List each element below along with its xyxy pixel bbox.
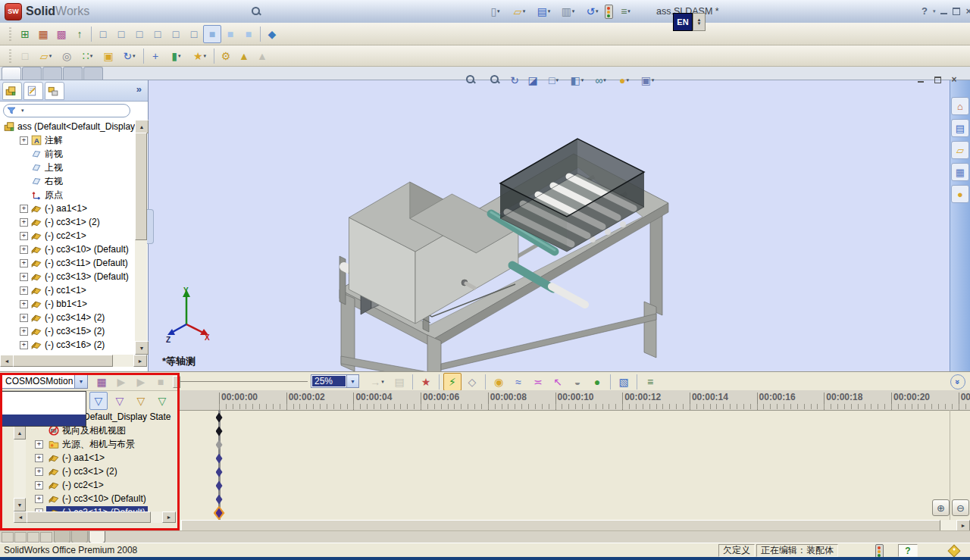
print-icon[interactable]: ▥▾ xyxy=(556,2,580,20)
view-left-icon[interactable]: □▾ xyxy=(130,25,149,43)
motion-icon[interactable]: ▲▾ xyxy=(253,47,271,65)
mate-icon[interactable]: ◎▾ xyxy=(58,47,76,65)
hide-show-items-icon[interactable]: ∞▾ xyxy=(590,73,612,88)
slider-thumb[interactable] xyxy=(173,376,180,388)
collapse-panel-icon[interactable]: » xyxy=(950,374,965,389)
timeline-key[interactable] xyxy=(216,468,223,477)
damper-icon[interactable]: ≍▾ xyxy=(529,373,547,391)
section-view-icon[interactable]: ◪▾ xyxy=(524,73,541,88)
tree-item-root[interactable]: + ass (Default<Default_Display S xyxy=(0,120,135,133)
study-properties-icon[interactable]: ≡▾ xyxy=(641,373,659,391)
combo-dropdown-icon[interactable]: ▼ xyxy=(74,374,87,388)
save-animation-icon[interactable]: ▤▾ xyxy=(390,373,408,391)
new-document-icon[interactable]: ▯▾ xyxy=(483,2,507,20)
display-style-icon[interactable]: ◧▾ xyxy=(566,73,588,88)
doc-minimize-button[interactable] xyxy=(914,74,928,85)
expand-icon[interactable]: + xyxy=(35,440,43,449)
dropdown-arrow-icon[interactable]: ▾ xyxy=(133,53,136,59)
open-document-icon[interactable]: ▱▾ xyxy=(508,2,531,20)
tree-item-component[interactable]: + (-) cc2<1> xyxy=(0,229,135,242)
open-part-icon[interactable]: ▱▾ xyxy=(34,47,58,65)
assembly-model[interactable] xyxy=(326,129,690,371)
graphics-viewport[interactable]: Y X Z *等轴测 xyxy=(149,80,950,371)
design-library-icon[interactable]: ▤ xyxy=(951,119,969,137)
rotate-component-icon[interactable]: ↻▾ xyxy=(117,47,141,65)
view-isometric-icon[interactable]: ■▾ xyxy=(203,25,221,43)
view-trimetric-icon[interactable]: ■▾ xyxy=(239,25,258,43)
filter-dropdown-icon[interactable]: ▾ xyxy=(21,108,24,114)
timeline-key[interactable] xyxy=(216,413,223,423)
dropdown-arrow-icon[interactable]: ▾ xyxy=(381,379,384,385)
apply-scene-icon[interactable]: ▣▾ xyxy=(637,73,659,88)
playback-mode-icon[interactable]: →▾ xyxy=(365,373,389,391)
menu-item[interactable] xyxy=(127,9,144,14)
expand-icon[interactable]: + xyxy=(20,246,28,254)
panel-splitter-handle[interactable] xyxy=(147,209,154,244)
timeline-key[interactable] xyxy=(216,481,223,491)
timeline-zoom-out-icon[interactable]: ⊖ xyxy=(952,499,969,516)
hidden-components-icon[interactable]: ▮▾ xyxy=(164,47,188,65)
dropdown-option[interactable] xyxy=(2,415,86,426)
gravity-icon[interactable]: ●▾ xyxy=(588,373,606,391)
animation-wizard-icon[interactable]: ★▾ xyxy=(417,373,435,391)
options-icon[interactable]: ≡▾ xyxy=(614,2,637,20)
motion-item-component[interactable]: + (-) cc2<1> xyxy=(0,478,180,492)
minimize-button[interactable] xyxy=(940,13,947,14)
filter-none-icon[interactable]: ▽ xyxy=(89,392,108,410)
close-button[interactable]: × xyxy=(965,5,970,17)
dropdown-arrow-icon[interactable]: ▾ xyxy=(178,53,181,59)
study-type-select[interactable]: COSMOSMotion ▼ xyxy=(2,374,88,389)
move-component-icon[interactable]: +▾ xyxy=(146,47,164,65)
motion-item-component[interactable]: + (-) aa1<1> xyxy=(0,451,180,465)
expand-icon[interactable]: + xyxy=(20,300,28,308)
view-back-icon[interactable]: □▾ xyxy=(112,25,130,43)
timeline-key[interactable] xyxy=(216,495,223,505)
tree-filter-input[interactable]: ▾ xyxy=(3,104,130,117)
view-top-icon[interactable]: □▾ xyxy=(167,25,185,43)
insert-component-icon[interactable]: □▾ xyxy=(16,47,34,65)
command-tab[interactable] xyxy=(22,67,42,80)
dropdown-arrow-icon[interactable]: ▾ xyxy=(581,77,584,83)
contact-icon[interactable]: ◒▾ xyxy=(568,373,587,391)
view-orientation-icon[interactable]: □▾ xyxy=(543,73,565,88)
command-tab[interactable] xyxy=(2,67,21,80)
help-dropdown-icon[interactable]: ▾ xyxy=(933,8,936,14)
timeline-zoom-in-icon[interactable]: ⊕ xyxy=(932,499,950,516)
appearances-icon[interactable]: ● xyxy=(951,185,969,203)
motor-icon[interactable]: ◉▾ xyxy=(490,373,508,391)
motion-tree-vscrollbar[interactable]: ▲ ▼ xyxy=(14,426,26,512)
tree-item-component[interactable]: + (-) cc3<13> (Default) xyxy=(0,270,135,283)
menu-item[interactable] xyxy=(211,9,227,14)
expand-icon[interactable]: + xyxy=(20,259,28,267)
zoom-area-icon[interactable]: ▾ xyxy=(488,73,505,88)
tree-item-origin[interactable]: + 原点 xyxy=(0,188,135,202)
motion-tree-hscrollbar[interactable]: ◄ ► xyxy=(14,512,176,523)
propertymanager-tab[interactable] xyxy=(23,82,43,100)
search-icon[interactable] xyxy=(250,5,262,17)
dropdown-arrow-icon[interactable]: ▾ xyxy=(627,8,630,14)
menu-item[interactable] xyxy=(111,9,127,14)
language-badge[interactable]: EN xyxy=(673,13,693,31)
timeline-key[interactable] xyxy=(216,454,223,464)
tab-scroll-icon[interactable] xyxy=(2,532,14,543)
tree-item-component[interactable]: + (-) aa1<1> xyxy=(0,202,135,215)
tag-icon[interactable] xyxy=(948,545,961,558)
dropdown-arrow-icon[interactable]: ▾ xyxy=(572,8,575,14)
tab-scroll-icon[interactable] xyxy=(40,532,52,543)
play-icon[interactable]: ▶▾ xyxy=(132,373,150,391)
configurationmanager-tab[interactable] xyxy=(45,82,64,100)
timeline-area[interactable] xyxy=(180,410,970,520)
playback-speed-select[interactable]: 25% ▼ xyxy=(311,374,359,388)
tree-item-front-plane[interactable]: + 前视 xyxy=(0,147,135,161)
command-tab[interactable] xyxy=(63,67,83,80)
expand-icon[interactable]: + xyxy=(20,341,28,349)
doc-restore-button[interactable] xyxy=(931,74,944,85)
doc-close-button[interactable]: × xyxy=(947,74,961,85)
expand-icon[interactable]: + xyxy=(20,218,28,227)
dropdown-arrow-icon[interactable]: ▾ xyxy=(204,53,207,59)
tree-item-annotations[interactable]: + 注解 xyxy=(0,133,135,147)
tree-item-component[interactable]: + (-) cc3<11> (Default) xyxy=(0,256,135,270)
feature-tree-vscrollbar[interactable]: ▲ ▼ xyxy=(135,120,147,355)
save-icon[interactable]: ▤▾ xyxy=(532,2,555,20)
undo-icon[interactable]: ↺▾ xyxy=(580,2,604,20)
